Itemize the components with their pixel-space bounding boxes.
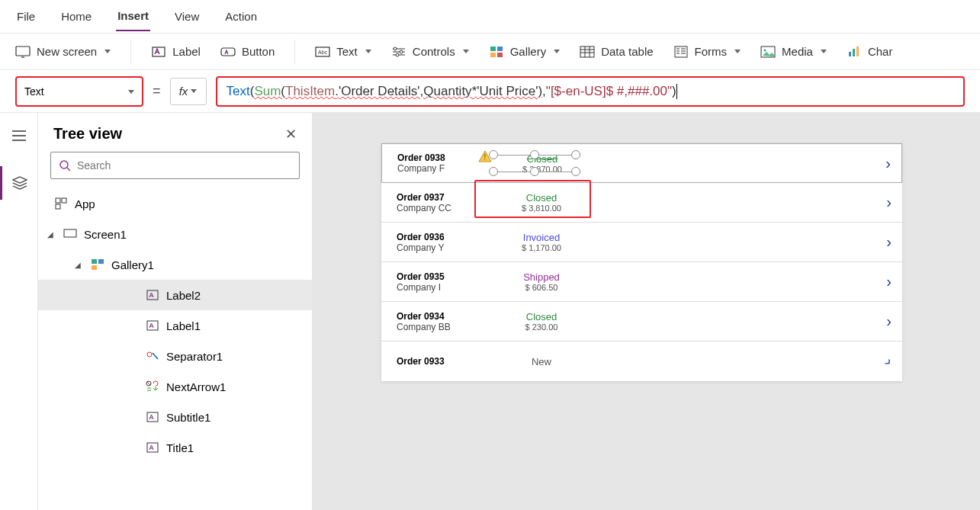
chevron-right-icon[interactable]: ›	[881, 354, 897, 370]
tree-node-label: Title1	[166, 441, 194, 454]
canvas-area[interactable]: Order 0938 Company F Closed $ 2,870.00 ›…	[313, 113, 980, 510]
hamburger-button[interactable]	[0, 119, 37, 152]
chevron-right-icon[interactable]: ›	[886, 194, 892, 211]
menu-home[interactable]: Home	[59, 2, 93, 30]
tree-node-gallery1[interactable]: ◢ Gallery1	[38, 249, 312, 280]
media-dd-label: Media	[782, 45, 813, 58]
menu-view[interactable]: View	[173, 2, 201, 30]
tree-node-app[interactable]: App	[38, 188, 312, 219]
gallery-icon	[489, 44, 504, 59]
svg-rect-2	[221, 48, 235, 56]
tree-node-subtitle1[interactable]: Subtitle1	[38, 402, 312, 432]
order-amount: $ 606.50	[480, 283, 602, 292]
svg-point-7	[396, 53, 399, 56]
button-btn-label: Button	[242, 45, 275, 58]
app-preview: Order 0938 Company F Closed $ 2,870.00 ›…	[381, 143, 902, 381]
order-row[interactable]: Order 0934Company BB Closed$ 230.00 ›	[381, 302, 902, 342]
order-status: Closed	[480, 311, 602, 322]
button-button[interactable]: Button	[220, 44, 275, 59]
main-area: Tree view ✕ App ◢ Screen1 ◢ Gallery1	[0, 113, 980, 510]
tree-node-nextarrow1[interactable]: NextArrow1	[38, 371, 312, 402]
formula-token: 'Unit Price'	[477, 84, 538, 99]
label-icon	[145, 411, 160, 423]
tree-view-rail-button[interactable]	[0, 166, 37, 200]
tree-node-title1[interactable]: Title1	[38, 432, 312, 463]
order-status: Invoiced	[480, 232, 602, 243]
search-wrap	[38, 152, 312, 188]
warning-icon: !	[478, 150, 492, 162]
order-status: Shipped	[480, 271, 602, 283]
formula-token: Sum	[254, 84, 281, 99]
text-dd-label: Text	[336, 45, 358, 58]
chevron-down-icon	[104, 50, 111, 53]
menu-file[interactable]: File	[15, 2, 37, 30]
close-icon[interactable]: ✕	[285, 126, 297, 143]
svg-rect-20	[56, 198, 60, 203]
separator	[294, 40, 295, 64]
svg-rect-24	[92, 259, 97, 264]
chevron-right-icon[interactable]: ›	[886, 273, 892, 290]
label-icon	[151, 44, 166, 59]
order-row[interactable]: Order 0937Company CC Closed$ 3,810.00 ›	[381, 183, 902, 223]
gallery-dropdown[interactable]: Gallery	[489, 44, 561, 59]
chart-dropdown[interactable]: Char	[847, 44, 893, 59]
order-title: Order 0933	[397, 356, 480, 367]
controls-icon	[391, 44, 406, 59]
tree-header: Tree view ✕	[38, 113, 312, 152]
svg-rect-26	[92, 265, 97, 270]
layers-icon	[12, 176, 27, 190]
formula-input[interactable]: Text( Sum( ThisItem.'Order Details', Qua…	[216, 76, 965, 107]
tree-node-label: Gallery1	[111, 258, 154, 271]
search-box[interactable]	[50, 152, 300, 179]
tree-node-label: Separator1	[166, 350, 223, 363]
order-status: Closed	[480, 192, 602, 204]
tree-node-screen1[interactable]: ◢ Screen1	[38, 219, 312, 249]
chevron-right-icon[interactable]: ›	[886, 233, 892, 251]
media-dropdown[interactable]: Media	[760, 44, 827, 59]
label-button[interactable]: Label	[151, 44, 201, 59]
chevron-right-icon[interactable]: ›	[886, 313, 892, 330]
button-icon	[220, 44, 236, 59]
left-rail	[0, 113, 38, 510]
chevron-right-icon[interactable]: ›	[885, 155, 891, 172]
tree-node-label: Subtitle1	[166, 411, 210, 424]
search-input[interactable]	[77, 159, 291, 172]
svg-text:Abc: Abc	[318, 50, 328, 55]
order-row[interactable]: Order 0938 Company F Closed $ 2,870.00 ›…	[381, 143, 902, 183]
svg-rect-18	[856, 47, 859, 56]
collapse-icon[interactable]: ◢	[47, 230, 56, 239]
order-row[interactable]: Order 0936Company Y Invoiced$ 1,170.00 ›	[381, 223, 902, 262]
selection-handles[interactable]	[489, 150, 588, 178]
menu-action[interactable]: Action	[223, 2, 259, 30]
forms-dropdown[interactable]: Forms	[673, 44, 741, 59]
collapse-icon[interactable]: ◢	[75, 261, 84, 269]
tree-node-separator1[interactable]: Separator1	[38, 341, 312, 371]
order-subtitle: Company I	[397, 282, 480, 293]
tree-node-label1[interactable]: Label1	[38, 310, 312, 341]
tree-node-label: NextArrow1	[166, 380, 226, 393]
menu-insert[interactable]: Insert	[116, 2, 150, 31]
data-table-icon	[580, 44, 595, 59]
controls-dropdown[interactable]: Controls	[391, 44, 469, 59]
order-row[interactable]: Order 0933 New ›	[381, 342, 902, 381]
fx-label: fx	[179, 85, 188, 98]
data-table-button[interactable]: Data table	[580, 44, 653, 59]
property-select[interactable]: Text	[15, 76, 143, 107]
formula-token: ThisItem	[285, 84, 335, 99]
svg-rect-22	[56, 204, 60, 209]
order-subtitle: Company F	[397, 163, 481, 174]
tree-node-label: Label2	[166, 289, 201, 302]
tree-list: App ◢ Screen1 ◢ Gallery1 Label2 Label1	[38, 188, 312, 510]
tree-node-label2[interactable]: Label2	[38, 280, 312, 310]
new-screen-button[interactable]: New screen	[15, 44, 111, 59]
order-row[interactable]: Order 0935Company I Shipped$ 606.50 ›	[381, 262, 902, 302]
order-left: Order 0938 Company F	[397, 152, 481, 174]
text-dropdown[interactable]: Abc Text	[315, 44, 371, 59]
order-status: New	[480, 356, 602, 367]
fx-button[interactable]: fx	[170, 78, 207, 105]
tree-node-label: Screen1	[84, 228, 127, 241]
svg-text:!: !	[484, 153, 487, 162]
label-icon	[145, 289, 160, 301]
svg-point-29	[147, 352, 152, 357]
controls-dd-label: Controls	[413, 45, 455, 58]
